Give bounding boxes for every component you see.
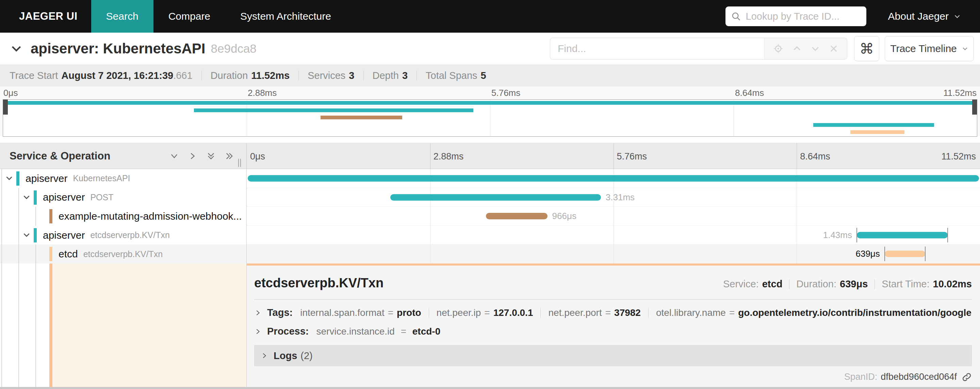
- span-name-cell[interactable]: apiserverKubernetesAPI: [0, 169, 247, 188]
- trace-view-selector[interactable]: Trace Timeline: [885, 36, 974, 61]
- minimap-left-scrubber[interactable]: [3, 100, 8, 114]
- span-name-labels: apiserverPOST: [43, 188, 113, 207]
- span-duration-bar[interactable]: [248, 175, 979, 182]
- tag-key: net.peer.port: [548, 307, 601, 318]
- chevron-down-icon: [953, 13, 961, 20]
- tick-label: 11.52ms: [943, 88, 977, 98]
- collapse-one-chevron-down-icon[interactable]: [169, 151, 179, 161]
- keyboard-shortcuts-button[interactable]: ⌘: [854, 36, 879, 61]
- gridline: [797, 226, 797, 245]
- tick-label: 0μs: [250, 151, 265, 162]
- service-color-block: [16, 171, 19, 186]
- tags-row[interactable]: Tags: internal.span.format=protonet.peer…: [254, 307, 972, 318]
- span-bar-cell[interactable]: 639μs: [247, 245, 980, 264]
- column-resizer-grip[interactable]: [238, 159, 243, 167]
- gridline: [614, 226, 614, 245]
- find-controls: [764, 38, 847, 59]
- tick-label: 8.64ms: [735, 88, 764, 98]
- span-boundary-tick: [947, 228, 948, 243]
- expand-all-double-chevron-right-icon[interactable]: [224, 151, 234, 161]
- gridline: [797, 188, 797, 207]
- minimap-ticks: 0μs 2.88ms 5.76ms 8.64ms 11.52ms: [3, 88, 977, 98]
- span-detail-title: etcdserverpb.KV/Txn: [254, 276, 383, 291]
- collapse-all-double-chevron-down-icon[interactable]: [206, 151, 216, 161]
- trace-lookup-input[interactable]: [745, 11, 861, 22]
- process-row[interactable]: Process: service.instance.id = etcd-0: [254, 326, 972, 337]
- expand-span-chevron-icon[interactable]: [22, 230, 31, 240]
- span-detail-panel: etcdserverpb.KV/Txn Service: etcd Durati…: [247, 264, 980, 387]
- divider: [363, 70, 364, 81]
- span-duration-bar[interactable]: [486, 213, 547, 219]
- span-name-cell[interactable]: apiserveretcdserverpb.KV/Txn: [0, 226, 247, 245]
- tick-label: 2.88ms: [248, 88, 277, 98]
- collapse-controls: [169, 151, 234, 161]
- gridline: [797, 143, 797, 169]
- services-label: Services: [308, 70, 345, 81]
- chevron-right-icon: [254, 328, 262, 335]
- app-brand[interactable]: JAEGER UI: [19, 10, 78, 22]
- gridline: [797, 245, 797, 263]
- process-label: Process:: [267, 326, 309, 337]
- minimap-span-bar: [5, 101, 975, 105]
- duration-label: Duration: [211, 70, 248, 81]
- link-icon[interactable]: [962, 372, 972, 382]
- indent-guide: [18, 207, 19, 226]
- service-color-block: [49, 247, 52, 261]
- gridline: [614, 245, 614, 263]
- depth-value: 3: [402, 70, 408, 81]
- divider: [875, 279, 875, 289]
- span-duration-bar[interactable]: [885, 251, 926, 257]
- nav-tab-search[interactable]: Search: [91, 0, 153, 33]
- expand-one-chevron-right-icon[interactable]: [188, 151, 197, 161]
- nav-tab-compare[interactable]: Compare: [153, 0, 225, 33]
- span-name-cell[interactable]: apiserverPOST: [0, 188, 247, 207]
- logs-row[interactable]: Logs (2): [254, 345, 972, 366]
- trace-start-ms: .661: [173, 70, 192, 81]
- span-name-cell[interactable]: example-mutating-admission-webhook...: [0, 207, 247, 226]
- minimap-canvas[interactable]: [3, 99, 977, 137]
- clear-find-x-icon[interactable]: [829, 44, 838, 53]
- find-input[interactable]: [550, 38, 764, 59]
- span-bar-cell[interactable]: 1.43ms: [247, 226, 980, 245]
- trace-lookup-box: [725, 6, 866, 26]
- span-duration-bar[interactable]: [390, 194, 601, 201]
- collapse-trace-chevron-icon[interactable]: [10, 42, 23, 56]
- span-duration-bar[interactable]: [857, 232, 948, 238]
- service-color-block: [34, 191, 37, 205]
- gridline: [614, 207, 614, 225]
- depth-label: Depth: [372, 70, 399, 81]
- minimap-right-scrubber[interactable]: [972, 100, 977, 114]
- span-row[interactable]: etcdetcdserverpb.KV/Txn639μs: [0, 245, 980, 264]
- span-name-labels: example-mutating-admission-webhook...: [59, 207, 242, 226]
- divider: [648, 308, 649, 318]
- prev-result-chevron-up-icon[interactable]: [792, 43, 802, 54]
- span-row[interactable]: apiserverPOST3.31ms: [0, 188, 980, 207]
- minimap-span-bar: [321, 116, 402, 119]
- span-detail-header: etcdserverpb.KV/Txn Service: etcd Durati…: [254, 276, 972, 291]
- logs-label: Logs: [274, 350, 297, 362]
- expand-span-chevron-icon[interactable]: [5, 174, 14, 183]
- span-bar-cell[interactable]: 3.31ms: [247, 188, 980, 207]
- page-bottom-border: [0, 387, 980, 389]
- next-result-chevron-down-icon[interactable]: [810, 43, 821, 54]
- tag-key: net.peer.ip: [437, 307, 481, 318]
- span-boundary-tick: [856, 228, 857, 243]
- indent-guide: [18, 226, 19, 245]
- span-row[interactable]: example-mutating-admission-webhook...966…: [0, 207, 980, 226]
- search-icon: [731, 11, 741, 21]
- operation-name: etcdserverpb.KV/Txn: [83, 249, 163, 259]
- span-bar-cell[interactable]: 966μs: [247, 207, 980, 226]
- span-row[interactable]: apiserverKubernetesAPI: [0, 169, 980, 188]
- total-spans-label: Total Spans: [426, 70, 477, 81]
- trace-summary-bar: Trace Start August 7 2021, 16:21:39.661 …: [0, 65, 980, 86]
- process-value: etcd-0: [412, 326, 440, 337]
- span-row[interactable]: apiserveretcdserverpb.KV/Txn1.43ms: [0, 226, 980, 245]
- gridline: [797, 207, 797, 225]
- span-name-cell[interactable]: etcdetcdserverpb.KV/Txn: [0, 245, 247, 264]
- span-bar-cell[interactable]: [247, 169, 980, 188]
- locate-icon[interactable]: [773, 43, 783, 54]
- about-jaeger-menu[interactable]: About Jaeger: [888, 11, 961, 22]
- nav-tab-system-architecture[interactable]: System Architecture: [225, 0, 346, 33]
- tag-kv: net.peer.port=37982: [548, 307, 640, 318]
- expand-span-chevron-icon[interactable]: [22, 193, 31, 202]
